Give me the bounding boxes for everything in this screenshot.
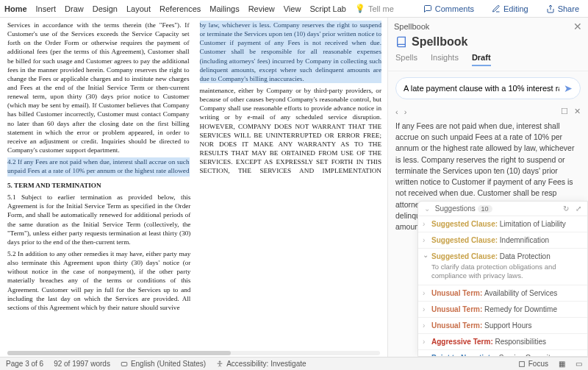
editing-label: Editing [503, 4, 528, 13]
panel-brand: Spellbook [412, 35, 467, 49]
status-words[interactable]: 92 of 1997 words [54, 360, 110, 368]
suggestion-item[interactable]: Point to Negotiate: Service Capacity [418, 350, 587, 356]
doc-para: 5.1 Subject to earlier termination as pr… [7, 193, 190, 246]
panel-tab-insights[interactable]: Insights [431, 53, 459, 66]
focus-icon [518, 360, 526, 368]
suggestions-count: 10 [478, 205, 492, 213]
ribbon: Home Insert Draw Design Layout Reference… [0, 0, 588, 18]
suggestion-item[interactable]: Suggested Clause: Data ProtectionTo clar… [418, 249, 587, 285]
ribbon-tab-references[interactable]: References [159, 4, 201, 13]
send-icon[interactable]: ➤ [564, 82, 573, 94]
ribbon-tab-home[interactable]: Home [4, 4, 27, 13]
prev-icon[interactable]: ‹ [395, 107, 398, 116]
ribbon-tab-mailings[interactable]: Mailings [209, 4, 239, 13]
spellbook-logo-icon [395, 36, 407, 48]
ribbon-tab-design[interactable]: Design [93, 4, 118, 13]
tell-me-label: Tell me [368, 4, 394, 13]
ribbon-tab-review[interactable]: Review [248, 4, 275, 13]
document-area[interactable]: Services in accordance with the terms th… [0, 18, 387, 357]
suggestion-topic: Limitation of Liability [500, 220, 566, 228]
prompt-input[interactable] [404, 84, 559, 93]
doc-para: Services in accordance with the terms th… [7, 21, 190, 154]
comments-button[interactable]: Comments [419, 3, 478, 15]
suggestion-item[interactable]: Aggressive Term: Responsibilities [418, 334, 587, 350]
suggestion-topic: Availability of Services [484, 289, 557, 297]
ribbon-tab-layout[interactable]: Layout [126, 4, 151, 13]
ribbon-tab-insert[interactable]: Insert [36, 4, 57, 13]
tell-me[interactable]: 💡 Tell me [355, 4, 394, 13]
suggestion-kind: Unusual Term: [431, 321, 484, 330]
suggestion-item[interactable]: Suggested Clause: Limitation of Liabilit… [418, 216, 587, 232]
suggestion-kind: Aggressive Term: [431, 338, 495, 346]
svg-rect-1 [121, 362, 127, 366]
suggestion-item[interactable]: Unusual Term: Remedy for Downtime [418, 302, 587, 318]
doc-para: 5.2 In addition to any other remedies it… [7, 249, 190, 312]
focus-label: Focus [528, 360, 548, 368]
svg-point-2 [219, 360, 220, 362]
ribbon-tab-view[interactable]: View [284, 4, 301, 13]
suggestion-explanation: To clarify data protection obligations a… [431, 263, 581, 281]
comments-label: Comments [435, 4, 474, 13]
suggestion-topic: Service Capacity [499, 354, 554, 356]
suggestion-topic: Support Hours [484, 321, 531, 330]
suggestion-item[interactable]: Unusual Term: Support Hours [418, 318, 587, 334]
suggestion-kind: Unusual Term: [431, 289, 484, 297]
panel-tab-spells[interactable]: Spells [395, 53, 417, 66]
spellbook-panel: Spellbook ✕ Spellbook Spells Insights Dr… [387, 18, 588, 357]
view-web-icon[interactable]: ▭ [576, 360, 582, 368]
suggestion-kind: Point to Negotiate: [431, 354, 499, 356]
horizontal-scrollbar[interactable] [7, 351, 380, 355]
comment-icon [423, 4, 432, 13]
expand-icon[interactable]: ⤢ [576, 204, 581, 213]
editing-button[interactable]: Editing [487, 3, 533, 15]
bookmark-icon[interactable]: ☐ [561, 107, 568, 116]
share-label: Share [558, 4, 579, 13]
ribbon-tab-draw[interactable]: Draw [65, 4, 84, 13]
suggestions-panel: ⌄ Suggestions 10 ↻ ⤢ Suggested Clause: L… [417, 201, 588, 357]
prompt-box[interactable]: ➤ [395, 77, 581, 99]
chevron-down-icon[interactable]: ⌄ [424, 204, 430, 213]
status-accessibility-label: Accessibility: Investigate [226, 360, 306, 368]
scrollbar-thumb[interactable] [7, 351, 231, 355]
view-print-icon[interactable]: ▦ [559, 360, 565, 368]
accessibility-icon [216, 360, 223, 368]
panel-tab-draft[interactable]: Draft [472, 53, 491, 66]
panel-close-icon[interactable]: ✕ [573, 21, 582, 32]
status-bar: Page 3 of 6 92 of 1997 words English (Un… [0, 357, 588, 370]
share-icon [546, 4, 555, 13]
svg-rect-3 [519, 361, 524, 366]
status-page[interactable]: Page 3 of 6 [6, 360, 43, 368]
suggestion-topic: Remedy for Downtime [484, 305, 557, 313]
pencil-icon [492, 4, 501, 13]
suggestion-kind: Suggested Clause: [431, 220, 500, 228]
language-icon [121, 360, 128, 368]
section-heading: 5. TERM AND TERMINATION [7, 181, 190, 190]
ribbon-tab-scriptlab[interactable]: Script Lab [309, 4, 346, 13]
next-icon[interactable]: › [404, 107, 407, 116]
share-button[interactable]: Share [542, 3, 584, 15]
suggestion-kind: Suggested Clause: [431, 252, 500, 260]
suggestion-kind: Suggested Clause: [431, 236, 500, 244]
bulb-icon: 💡 [355, 4, 365, 13]
focus-mode[interactable]: Focus [518, 360, 548, 368]
suggestion-item[interactable]: Unusual Term: Availability of Services [418, 285, 587, 302]
suggestion-kind: Unusual Term: [431, 305, 484, 313]
status-language-label: English (United States) [131, 360, 206, 368]
suggestion-topic: Data Protection [500, 252, 551, 260]
refresh-icon[interactable]: ↻ [563, 204, 569, 213]
suggestion-topic: Responsibilities [495, 338, 546, 346]
suggestion-item[interactable]: Suggested Clause: Indemnification [418, 232, 587, 249]
status-accessibility[interactable]: Accessibility: Investigate [216, 360, 306, 368]
suggestions-label: Suggestions [435, 204, 476, 213]
status-language[interactable]: English (United States) [121, 360, 206, 368]
dismiss-icon[interactable]: ✕ [574, 107, 581, 116]
suggestion-topic: Indemnification [500, 236, 549, 244]
panel-title: Spellbook [394, 22, 429, 31]
